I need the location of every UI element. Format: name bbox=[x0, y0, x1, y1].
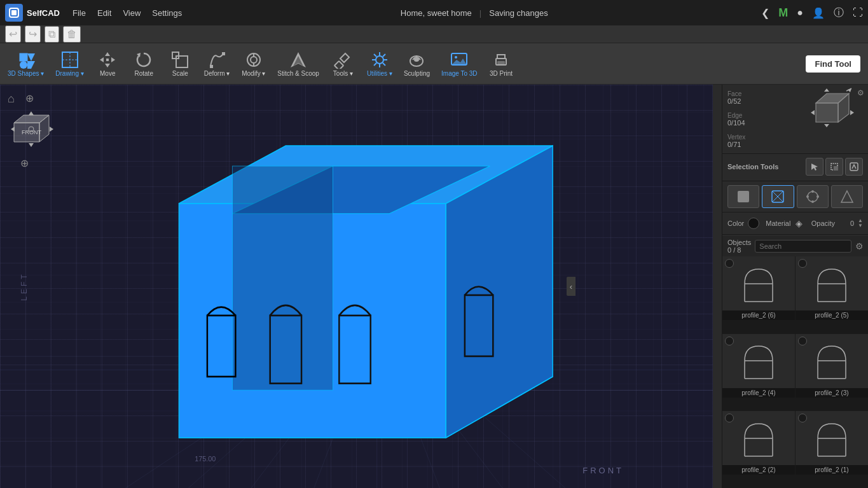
svg-rect-98 bbox=[818, 361, 846, 379]
tool-scale[interactable]: Scale bbox=[163, 45, 198, 83]
tool-modify-label: Modify ▾ bbox=[242, 70, 265, 77]
svg-rect-31 bbox=[497, 61, 505, 65]
svg-text:FRONT: FRONT bbox=[22, 129, 41, 136]
tool-3d-print-label: 3D Print bbox=[490, 70, 513, 77]
tool-drawing-label: Drawing ▾ bbox=[55, 70, 83, 77]
object-item-2[interactable]: profile_2 (5) bbox=[796, 256, 868, 320]
material-icon[interactable]: ◈ bbox=[796, 218, 803, 228]
svg-rect-83 bbox=[834, 166, 838, 171]
object-item-4[interactable]: profile_2 (3) bbox=[796, 334, 868, 398]
tool-image-to-3d-label: Image To 3D bbox=[441, 70, 478, 77]
svg-rect-95 bbox=[745, 284, 773, 302]
view-cube[interactable]: FRONT bbox=[8, 110, 55, 163]
info-icon[interactable]: ⓘ bbox=[834, 6, 844, 20]
svg-rect-2 bbox=[20, 53, 27, 61]
object-name-3: profile_2 (4) bbox=[722, 388, 795, 398]
home-icon[interactable]: ⌂ bbox=[8, 92, 15, 106]
vertex-stat: Vertex 0/71 bbox=[727, 134, 793, 148]
svg-text:175.00: 175.00 bbox=[195, 455, 216, 463]
face-stat: Face 0/52 bbox=[727, 90, 793, 105]
redo-button[interactable]: ↪ bbox=[25, 25, 41, 43]
select-paint-button[interactable] bbox=[845, 158, 863, 176]
svg-rect-17 bbox=[210, 65, 213, 68]
object-checkbox-3[interactable] bbox=[725, 337, 734, 345]
user-icon[interactable]: 👤 bbox=[812, 7, 825, 19]
center-icon[interactable]: ⊕ bbox=[25, 92, 34, 104]
tool-utilities[interactable]: Utilities ▾ bbox=[362, 45, 397, 83]
tool-tools[interactable]: Tools ▾ bbox=[326, 45, 361, 83]
fullscreen-icon[interactable]: ⛶ bbox=[853, 7, 863, 18]
cube-navigator-area: ⌂ ⊕ FRONT bbox=[8, 92, 55, 163]
svg-marker-70 bbox=[11, 127, 15, 132]
solid-mode-button[interactable] bbox=[727, 185, 759, 208]
tool-tools-label: Tools ▾ bbox=[333, 70, 353, 77]
object-item-1[interactable]: profile_2 (6) bbox=[722, 256, 795, 320]
tool-sculpting[interactable]: Sculpting bbox=[399, 45, 435, 83]
svg-point-89 bbox=[808, 192, 818, 202]
tool-deform-label: Deform ▾ bbox=[204, 70, 230, 77]
menu-edit[interactable]: Edit bbox=[92, 6, 116, 20]
find-tool-button[interactable]: Find Tool bbox=[806, 55, 860, 73]
tool-3d-print[interactable]: 3D Print bbox=[484, 45, 519, 83]
opacity-stepper[interactable]: ▲ ▼ bbox=[858, 218, 863, 228]
share-icon[interactable]: ❮ bbox=[761, 7, 769, 19]
undo-button[interactable]: ↩ bbox=[5, 25, 21, 43]
selection-tools-header: Selection Tools bbox=[722, 154, 868, 179]
tool-rotate[interactable]: Rotate bbox=[127, 45, 162, 83]
object-checkbox-4[interactable] bbox=[798, 337, 807, 345]
svg-marker-68 bbox=[29, 111, 34, 115]
panel-view-cube[interactable] bbox=[803, 87, 864, 151]
panel-settings-icon[interactable]: ⚙ bbox=[857, 88, 864, 97]
tool-stitch-scoop[interactable]: Stitch & Scoop bbox=[272, 45, 324, 83]
select-box-button[interactable] bbox=[825, 158, 843, 176]
svg-marker-94 bbox=[841, 191, 853, 202]
object-checkbox-1[interactable] bbox=[725, 259, 734, 268]
object-item-6[interactable]: profile_2 (1) bbox=[796, 411, 868, 475]
svg-marker-76 bbox=[824, 124, 829, 127]
delete-button[interactable]: 🗑 bbox=[63, 26, 81, 43]
tool-modify[interactable]: Modify ▾ bbox=[236, 45, 271, 83]
panel-toggle-button[interactable]: ‹ bbox=[567, 277, 575, 296]
tool-3d-shapes[interactable]: 3D Shapes ▾ bbox=[3, 45, 49, 83]
object-item-3[interactable]: profile_2 (4) bbox=[722, 334, 795, 398]
bell-icon[interactable]: ● bbox=[797, 7, 803, 18]
tool-deform[interactable]: Deform ▾ bbox=[199, 45, 235, 83]
object-checkbox-2[interactable] bbox=[798, 259, 807, 268]
app-logo[interactable]: SelfCAD bbox=[5, 4, 60, 22]
objects-gear-icon[interactable]: ⚙ bbox=[855, 241, 864, 251]
tool-image-to-3d[interactable]: Image To 3D bbox=[436, 45, 483, 83]
edge-stat: Edge 0/104 bbox=[727, 112, 793, 127]
vertex-mode-button[interactable] bbox=[797, 185, 829, 208]
tool-3d-shapes-label: 3D Shapes ▾ bbox=[8, 70, 44, 77]
objects-search-input[interactable] bbox=[755, 240, 851, 253]
object-item-5[interactable]: profile_2 (2) bbox=[722, 411, 795, 475]
svg-rect-18 bbox=[222, 52, 225, 55]
tool-move[interactable]: Move bbox=[90, 45, 125, 83]
tool-scale-label: Scale bbox=[172, 70, 188, 77]
viewport[interactable]: 175.00 CW4 Y X LEFT FRONT ⌂ ⊕ bbox=[0, 85, 713, 488]
object-name-6: profile_2 (1) bbox=[796, 465, 868, 475]
svg-point-90 bbox=[811, 190, 814, 193]
svg-point-93 bbox=[811, 200, 814, 203]
tool-stitch-scoop-label: Stitch & Scoop bbox=[277, 70, 319, 77]
objects-grid: profile_2 (6) profile_2 (5) bbox=[722, 256, 868, 488]
tool-drawing[interactable]: Drawing ▾ bbox=[50, 45, 88, 83]
wireframe-mode-button[interactable] bbox=[762, 185, 794, 208]
svg-marker-3 bbox=[27, 53, 35, 61]
topbar: SelfCAD File Edit View Settings Home, sw… bbox=[0, 0, 868, 25]
menu-view[interactable]: View bbox=[118, 6, 146, 20]
svg-marker-81 bbox=[811, 164, 818, 171]
select-cursor-button[interactable] bbox=[806, 158, 823, 176]
face-mode-button[interactable] bbox=[831, 185, 863, 208]
project-title: Home, sweet home bbox=[401, 8, 472, 18]
color-swatch[interactable] bbox=[748, 218, 759, 229]
divider-3 bbox=[722, 234, 868, 235]
duplicate-button[interactable]: ⧉ bbox=[45, 26, 59, 43]
menu-file[interactable]: File bbox=[67, 6, 91, 20]
svg-point-26 bbox=[414, 58, 419, 62]
pan-icon[interactable]: ⊕ bbox=[20, 157, 29, 169]
m-icon[interactable]: M bbox=[778, 6, 788, 20]
toolbar: ↩ ↪ ⧉ 🗑 bbox=[0, 25, 868, 43]
menu-settings[interactable]: Settings bbox=[147, 6, 187, 20]
svg-marker-69 bbox=[29, 143, 34, 147]
